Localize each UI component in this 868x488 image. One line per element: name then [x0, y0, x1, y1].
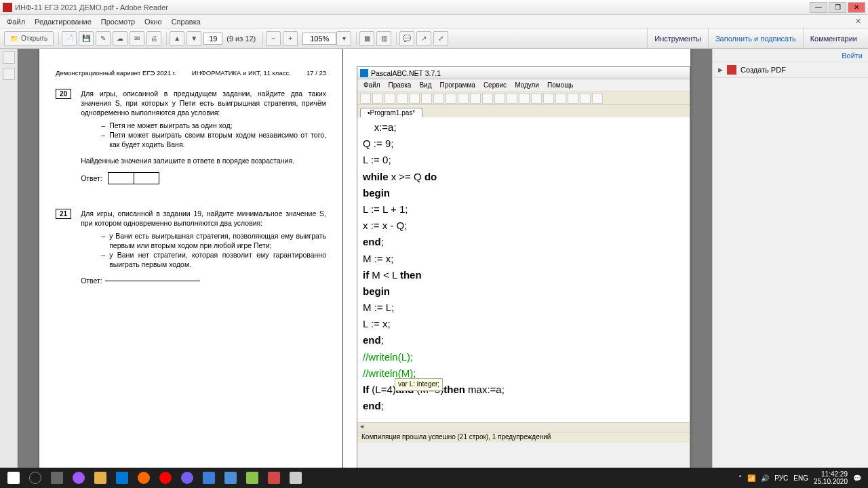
create-pdf-item[interactable]: ▶ Создать PDF [713, 62, 868, 78]
chevron-right-icon: ▶ [718, 66, 723, 73]
pw-tool-icon[interactable] [568, 93, 578, 104]
pdf-left-column: Демонстрационный вариант ЕГЭ 2021 г. ИНФ… [39, 49, 342, 488]
taskbar-app-icon[interactable] [155, 468, 176, 488]
tray-volume-icon[interactable]: 🔊 [761, 474, 769, 482]
pw-tool-icon[interactable] [372, 93, 383, 104]
task-20-desc: Для игры, описанной в предыдущем задании… [81, 89, 326, 117]
task-21-bullet-1: у Вани есть выигрышная стратегия, позвол… [101, 231, 326, 250]
pw-menu-service[interactable]: Сервис [480, 81, 510, 89]
taskbar-app-icon[interactable] [241, 468, 263, 488]
open-button[interactable]: 📁 Открыть [4, 31, 54, 46]
save-icon[interactable]: 💾 [79, 31, 94, 46]
pascal-tab[interactable]: •Program1.pas* [360, 108, 422, 117]
menu-edit[interactable]: Редактирование [31, 16, 96, 27]
pw-menu-view[interactable]: Вид [416, 81, 435, 89]
print-icon[interactable]: ✎ [96, 31, 111, 46]
pascal-icon [360, 69, 368, 77]
comment-icon[interactable]: 💬 [399, 31, 414, 46]
tray-lang[interactable]: РУС [774, 474, 788, 482]
pw-tool-icon[interactable] [494, 93, 505, 104]
pw-menu-program[interactable]: Программа [436, 81, 478, 89]
answer-label-21: Ответ: [81, 276, 102, 285]
pw-tool-icon[interactable] [458, 93, 469, 104]
comments-button[interactable]: Комментарии [803, 28, 864, 49]
tray-wifi-icon[interactable]: 📶 [747, 474, 755, 482]
menu-file[interactable]: Файл [3, 16, 29, 27]
pascal-window: PascalABC.NET 3.7.1 Файл Правка Вид Прог… [357, 66, 690, 483]
page-number-input[interactable] [203, 33, 222, 45]
taskbar-app-icon[interactable] [220, 468, 241, 488]
pw-tool-icon[interactable] [446, 93, 456, 104]
pw-menu-file[interactable]: Файл [360, 81, 384, 89]
taskbar-app-icon[interactable] [263, 468, 285, 488]
taskbar-app-icon[interactable] [133, 468, 155, 488]
document-area[interactable]: Демонстрационный вариант ЕГЭ 2021 г. ИНФ… [18, 49, 712, 488]
pw-tool-icon[interactable] [482, 93, 493, 104]
tray-chevron-icon[interactable]: ˄ [738, 474, 742, 482]
fit-width-icon[interactable]: ▥ [376, 31, 391, 46]
menu-window[interactable]: Окно [140, 16, 166, 27]
attach-panel-icon[interactable] [3, 68, 15, 80]
pw-tool-icon[interactable] [580, 93, 591, 104]
pw-tool-icon[interactable] [519, 93, 530, 104]
pw-tool-icon[interactable] [421, 93, 432, 104]
horizontal-scrollbar[interactable] [357, 422, 690, 432]
taskbar-app-icon[interactable] [285, 468, 307, 488]
create-pdf-icon[interactable]: 📄 [62, 31, 77, 46]
pw-tool-icon[interactable] [555, 93, 566, 104]
answer-label: Ответ: [81, 174, 102, 183]
zoom-input[interactable] [302, 33, 336, 45]
zoom-in-button[interactable]: + [283, 31, 298, 46]
tray-keyboard[interactable]: ENG [793, 474, 808, 482]
open-label: Открыть [21, 35, 47, 42]
next-page-button[interactable]: ▼ [186, 31, 201, 46]
print-icon2[interactable]: 🖨 [146, 31, 161, 46]
task-20-text: Для игры, описанной в предыдущем задании… [81, 89, 326, 184]
pw-tool-icon[interactable] [360, 93, 371, 104]
zoom-out-button[interactable]: − [266, 31, 281, 46]
share-icon[interactable]: ↗ [416, 31, 431, 46]
fill-sign-button[interactable]: Заполнить и подписать [708, 28, 803, 49]
login-link[interactable]: Войти [842, 52, 863, 60]
pw-tool-icon[interactable] [409, 93, 420, 104]
work-area: Демонстрационный вариант ЕГЭ 2021 г. ИНФ… [0, 49, 868, 488]
code-editor[interactable]: x:=a; Q := 9; L := 0; while x >= Q do be… [357, 117, 690, 422]
prev-page-button[interactable]: ▲ [170, 31, 184, 46]
pages-panel-icon[interactable] [3, 52, 15, 64]
menu-view[interactable]: Просмотр [97, 16, 139, 27]
taskbar-app-icon[interactable] [90, 468, 111, 488]
answer-20: Ответ: [81, 172, 326, 184]
zoom-dropdown[interactable]: ▾ [336, 31, 351, 46]
notifications-icon[interactable]: 💬 [853, 474, 861, 482]
menu-help[interactable]: Справка [167, 16, 205, 27]
task-view-button[interactable] [46, 468, 68, 488]
pw-tool-icon[interactable] [543, 93, 554, 104]
search-button[interactable] [24, 468, 46, 488]
pw-tool-icon[interactable] [470, 93, 481, 104]
clock[interactable]: 11:42:29 25.10.2020 [814, 470, 848, 485]
cloud-icon[interactable]: ☁ [113, 31, 127, 46]
pw-tool-icon[interactable] [397, 93, 408, 104]
taskbar-app-icon[interactable] [176, 468, 198, 488]
taskbar-app-icon[interactable] [198, 468, 220, 488]
doc-close-button[interactable]: ✕ [851, 16, 865, 27]
pw-tool-icon[interactable] [592, 93, 603, 104]
fit-page-icon[interactable]: ▦ [359, 31, 374, 46]
tools-button[interactable]: Инструменты [647, 28, 708, 49]
pw-tool-icon[interactable] [433, 93, 444, 104]
pw-tool-icon[interactable] [531, 93, 542, 104]
pw-menu-help[interactable]: Помощь [544, 81, 577, 89]
pw-menu-edit[interactable]: Правка [385, 81, 415, 89]
minimize-button[interactable]: — [810, 2, 827, 13]
task-number-20: 20 [56, 89, 71, 99]
pw-menu-modules[interactable]: Модули [511, 81, 542, 89]
taskbar-app-icon[interactable] [111, 468, 133, 488]
close-button[interactable]: ✕ [848, 2, 865, 13]
taskbar-app-icon[interactable] [68, 468, 90, 488]
fullscreen-icon[interactable]: ⤢ [433, 31, 448, 46]
pw-tool-icon[interactable] [507, 93, 517, 104]
pw-tool-icon[interactable] [384, 93, 395, 104]
mail-icon[interactable]: ✉ [130, 31, 144, 46]
maximize-button[interactable]: ❐ [829, 2, 846, 13]
start-button[interactable] [3, 468, 24, 488]
